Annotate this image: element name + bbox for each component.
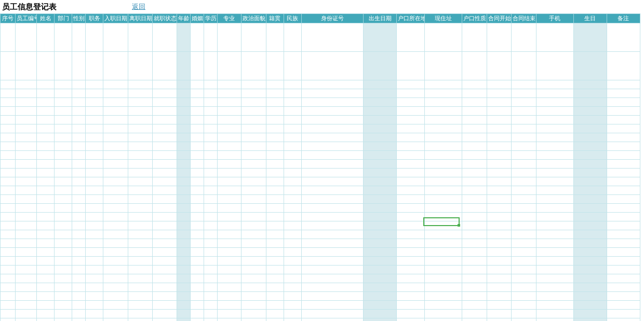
table-cell[interactable] <box>15 107 36 116</box>
table-cell[interactable] <box>1 301 16 310</box>
table-cell[interactable] <box>425 52 462 80</box>
table-cell[interactable] <box>364 195 397 204</box>
table-cell[interactable] <box>128 292 152 301</box>
table-cell[interactable] <box>266 124 284 133</box>
table-cell[interactable] <box>152 186 177 195</box>
table-cell[interactable] <box>72 195 86 204</box>
table-cell[interactable] <box>536 89 573 98</box>
table-cell[interactable] <box>301 98 364 107</box>
table-cell[interactable] <box>512 133 536 142</box>
table-cell[interactable] <box>72 186 86 195</box>
table-cell[interactable] <box>55 318 72 322</box>
table-row[interactable] <box>1 310 640 318</box>
table-cell[interactable] <box>573 80 607 89</box>
table-cell[interactable] <box>573 142 607 151</box>
table-cell[interactable] <box>512 221 536 230</box>
table-cell[interactable] <box>204 169 218 177</box>
table-cell[interactable] <box>55 142 72 151</box>
table-cell[interactable] <box>462 116 487 124</box>
table-cell[interactable] <box>487 310 511 318</box>
table-cell[interactable] <box>72 213 86 221</box>
table-cell[interactable] <box>217 239 241 248</box>
table-cell[interactable] <box>242 169 266 177</box>
table-cell[interactable] <box>15 248 36 257</box>
table-cell[interactable] <box>86 151 103 160</box>
table-cell[interactable] <box>177 257 191 266</box>
table-cell[interactable] <box>301 221 364 230</box>
table-cell[interactable] <box>152 23 177 52</box>
table-cell[interactable] <box>204 142 218 151</box>
table-cell[interactable] <box>266 98 284 107</box>
table-cell[interactable] <box>425 124 462 133</box>
table-cell[interactable] <box>364 301 397 310</box>
col-header[interactable]: 婚姻 <box>191 14 204 23</box>
table-row[interactable] <box>1 301 640 310</box>
col-header[interactable]: 现住址 <box>425 14 462 23</box>
table-cell[interactable] <box>242 160 266 169</box>
table-cell[interactable] <box>103 186 128 195</box>
table-cell[interactable] <box>512 80 536 89</box>
table-cell[interactable] <box>103 266 128 274</box>
table-cell[interactable] <box>72 177 86 186</box>
table-cell[interactable] <box>191 160 204 169</box>
table-cell[interactable] <box>301 239 364 248</box>
table-cell[interactable] <box>152 124 177 133</box>
table-cell[interactable] <box>462 151 487 160</box>
table-cell[interactable] <box>1 283 16 292</box>
table-cell[interactable] <box>266 151 284 160</box>
col-header[interactable]: 姓名 <box>37 14 55 23</box>
table-cell[interactable] <box>607 318 640 322</box>
table-cell[interactable] <box>1 239 16 248</box>
table-cell[interactable] <box>191 239 204 248</box>
table-cell[interactable] <box>512 124 536 133</box>
table-cell[interactable] <box>128 257 152 266</box>
table-cell[interactable] <box>242 151 266 160</box>
table-cell[interactable] <box>607 204 640 213</box>
table-cell[interactable] <box>266 274 284 283</box>
table-cell[interactable] <box>301 213 364 221</box>
table-cell[interactable] <box>191 98 204 107</box>
table-cell[interactable] <box>128 213 152 221</box>
table-cell[interactable] <box>55 23 72 52</box>
table-row[interactable] <box>1 177 640 186</box>
back-link[interactable]: 返回 <box>132 2 145 11</box>
table-cell[interactable] <box>103 23 128 52</box>
table-cell[interactable] <box>15 310 36 318</box>
table-cell[interactable] <box>177 204 191 213</box>
table-cell[interactable] <box>284 266 301 274</box>
table-cell[interactable] <box>242 301 266 310</box>
table-cell[interactable] <box>177 107 191 116</box>
table-cell[interactable] <box>55 89 72 98</box>
table-cell[interactable] <box>573 23 607 52</box>
table-cell[interactable] <box>1 195 16 204</box>
table-cell[interactable] <box>462 292 487 301</box>
table-cell[interactable] <box>462 310 487 318</box>
table-cell[interactable] <box>397 186 425 195</box>
table-cell[interactable] <box>15 318 36 322</box>
table-cell[interactable] <box>15 230 36 239</box>
table-cell[interactable] <box>266 301 284 310</box>
table-cell[interactable] <box>217 283 241 292</box>
table-cell[interactable] <box>397 124 425 133</box>
table-cell[interactable] <box>284 221 301 230</box>
table-cell[interactable] <box>573 186 607 195</box>
table-cell[interactable] <box>177 274 191 283</box>
table-cell[interactable] <box>177 301 191 310</box>
table-cell[interactable] <box>86 169 103 177</box>
table-cell[interactable] <box>301 310 364 318</box>
table-cell[interactable] <box>512 248 536 257</box>
table-cell[interactable] <box>462 239 487 248</box>
table-cell[interactable] <box>462 160 487 169</box>
table-cell[interactable] <box>191 230 204 239</box>
col-header[interactable]: 手机 <box>536 14 573 23</box>
table-cell[interactable] <box>103 80 128 89</box>
table-cell[interactable] <box>242 248 266 257</box>
table-cell[interactable] <box>128 133 152 142</box>
table-cell[interactable] <box>266 283 284 292</box>
table-cell[interactable] <box>204 177 218 186</box>
table-cell[interactable] <box>37 107 55 116</box>
table-cell[interactable] <box>55 310 72 318</box>
table-cell[interactable] <box>301 204 364 213</box>
table-cell[interactable] <box>573 318 607 322</box>
table-cell[interactable] <box>37 204 55 213</box>
